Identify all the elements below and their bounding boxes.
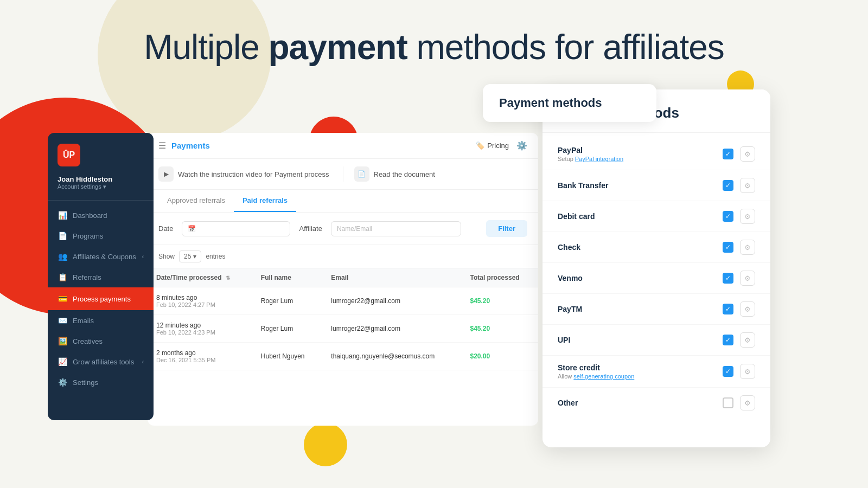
table-header-row: Date/Time processed ⇅ Full name Email To… <box>148 268 538 287</box>
pm-sub-link[interactable]: PayPal integration <box>575 156 623 162</box>
show-select[interactable]: 25 ▾ <box>179 251 201 262</box>
doc-link-text: Read the document <box>374 170 435 178</box>
chevron-down-icon: ‹ <box>142 359 144 365</box>
video-icon: ▶ <box>158 166 174 182</box>
sidebar-item-label: Settings <box>73 378 98 387</box>
video-link[interactable]: ▶ Watch the instruction video for Paymen… <box>158 166 332 182</box>
pm-name: PayPal <box>558 146 723 155</box>
payment-method-store-credit[interactable]: Store credit Allow self-generating coupo… <box>542 356 770 388</box>
payment-method-debit-card[interactable]: Debit card ✓ ⚙ <box>542 201 770 232</box>
hamburger-icon[interactable]: ☰ <box>158 140 166 151</box>
pm-checkbox[interactable]: ✓ <box>723 242 733 253</box>
sidebar-item-dashboard[interactable]: 📊 Dashboard <box>48 205 154 226</box>
pm-name: UPI <box>558 336 723 344</box>
pm-checkbox[interactable]: ✓ <box>723 304 733 314</box>
payment-method-venmo[interactable]: Venmo ✓ ⚙ <box>542 263 770 294</box>
pm-gear-icon[interactable]: ⚙ <box>740 178 755 193</box>
creatives-icon: 🖼️ <box>58 336 67 346</box>
date-input[interactable]: 📅 <box>182 221 290 236</box>
sidebar-item-grow-tools[interactable]: 📈 Grow affiliates tools ‹ <box>48 351 154 372</box>
sidebar-item-creatives[interactable]: 🖼️ Creatives <box>48 331 154 351</box>
date-cell: 2 months ago Dec 16, 2021 5:35 PM <box>148 343 252 370</box>
table-row[interactable]: 2 months ago Dec 16, 2021 5:35 PM Hubert… <box>148 343 538 370</box>
pm-gear-icon[interactable]: ⚙ <box>740 146 755 162</box>
process-payments-icon: 💳 <box>58 294 67 304</box>
filter-button[interactable]: Filter <box>486 220 527 237</box>
pm-info: UPI <box>558 336 723 344</box>
pm-checkbox[interactable]: ✓ <box>723 366 733 377</box>
pm-info: PayPal Setup PayPal integration <box>558 146 723 162</box>
pm-sub-link[interactable]: self-generating coupon <box>573 373 634 380</box>
header-settings-icon[interactable]: ⚙️ <box>516 140 527 151</box>
col-fullname: Full name <box>252 268 323 287</box>
affiliate-placeholder: Name/Email <box>337 225 372 233</box>
doc-link[interactable]: 📄 Read the document <box>354 166 528 182</box>
payments-table: Date/Time processed ⇅ Full name Email To… <box>148 268 538 370</box>
pm-info: Debit card <box>558 212 723 221</box>
tab-paid[interactable]: Paid referrals <box>234 190 296 212</box>
date-cell: 12 minutes ago Feb 10, 2022 4:23 PM <box>148 315 252 343</box>
pm-gear-icon[interactable]: ⚙ <box>740 271 755 286</box>
affiliate-input[interactable]: Name/Email <box>331 221 461 236</box>
pm-gear-icon[interactable]: ⚙ <box>740 209 755 224</box>
table-row[interactable]: 12 minutes ago Feb 10, 2022 4:23 PM Roge… <box>148 315 538 343</box>
col-datetime: Date/Time processed ⇅ <box>148 268 252 287</box>
pm-name: Debit card <box>558 212 723 221</box>
filter-row: Date 📅 Affiliate Name/Email Filter <box>148 213 538 245</box>
sidebar-item-label: Affiliates & Coupons <box>73 253 136 261</box>
payment-method-other[interactable]: Other ⚙ <box>542 388 770 418</box>
pm-checkbox[interactable] <box>723 397 733 408</box>
tab-approved[interactable]: Approved referrals <box>158 190 234 212</box>
sidebar-item-label: Programs <box>73 232 103 240</box>
pricing-button[interactable]: 🏷️ Pricing <box>476 142 509 150</box>
pm-name: Check <box>558 243 723 252</box>
header-right: 🏷️ Pricing ⚙️ <box>476 140 527 151</box>
settings-icon: ⚙️ <box>58 377 67 387</box>
sidebar-item-programs[interactable]: 📄 Programs <box>48 226 154 246</box>
payment-method-upi[interactable]: UPI ✓ ⚙ <box>542 325 770 356</box>
payment-methods-float-title: Payment methods <box>499 96 640 110</box>
programs-icon: 📄 <box>58 231 67 241</box>
table-row[interactable]: 8 minutes ago Feb 10, 2022 4:27 PM Roger… <box>148 287 538 315</box>
payment-method-bank-transfer[interactable]: Bank Transfer ✓ ⚙ <box>542 170 770 201</box>
sort-icon[interactable]: ⇅ <box>226 275 230 281</box>
pm-name: Store credit <box>558 363 723 372</box>
pm-checkbox[interactable]: ✓ <box>723 273 733 284</box>
info-divider <box>343 166 343 182</box>
payment-method-check[interactable]: Check ✓ ⚙ <box>542 232 770 263</box>
bg-circle-yellow2 <box>304 423 347 466</box>
pm-gear-icon[interactable]: ⚙ <box>740 332 755 348</box>
sidebar-item-affiliates[interactable]: 👥 Affiliates & Coupons ‹ <box>48 246 154 267</box>
payment-method-paypal[interactable]: PayPal Setup PayPal integration ✓ ⚙ <box>542 138 770 170</box>
pm-gear-icon[interactable]: ⚙ <box>740 301 755 317</box>
pm-gear-icon[interactable]: ⚙ <box>740 364 755 379</box>
pm-checkbox[interactable]: ✓ <box>723 149 733 159</box>
payment-method-paytm[interactable]: PayTM ✓ ⚙ <box>542 294 770 325</box>
pm-checkbox[interactable]: ✓ <box>723 335 733 345</box>
amount-cell: $45.20 <box>462 315 539 343</box>
sidebar-item-emails[interactable]: ✉️ Emails <box>48 310 154 331</box>
emails-icon: ✉️ <box>58 316 67 325</box>
pm-sub: Allow self-generating coupon <box>558 373 723 380</box>
sidebar-item-process-payments[interactable]: 💳 Process payments <box>48 287 154 310</box>
fullname-cell: Roger Lum <box>252 315 323 343</box>
pricing-icon: 🏷️ <box>476 142 484 150</box>
email-cell: thaiquang.nguyenle@secomus.com <box>322 343 461 370</box>
sidebar-item-referrals[interactable]: 📋 Referrals <box>48 267 154 287</box>
pm-info: Bank Transfer <box>558 181 723 190</box>
pm-gear-icon[interactable]: ⚙ <box>740 395 755 410</box>
pm-name: Other <box>558 399 723 407</box>
affiliate-label: Affiliate <box>299 224 322 233</box>
show-entries-row: Show 25 ▾ entries <box>148 245 538 268</box>
title-normal: Multiple <box>144 28 268 67</box>
dashboard-icon: 📊 <box>58 210 67 220</box>
sidebar-item-label: Dashboard <box>73 211 107 220</box>
pm-gear-icon[interactable]: ⚙ <box>740 240 755 255</box>
entries-label: entries <box>206 253 225 260</box>
pm-checkbox[interactable]: ✓ <box>723 180 733 191</box>
pm-checkbox[interactable]: ✓ <box>723 211 733 222</box>
payment-method-list: PayPal Setup PayPal integration ✓ ⚙ Bank… <box>542 133 770 423</box>
sidebar-item-settings[interactable]: ⚙️ Settings <box>48 372 154 393</box>
account-settings-link[interactable]: Account settings ▾ <box>58 183 144 190</box>
payment-methods-float-card: Payment methods <box>483 84 656 122</box>
